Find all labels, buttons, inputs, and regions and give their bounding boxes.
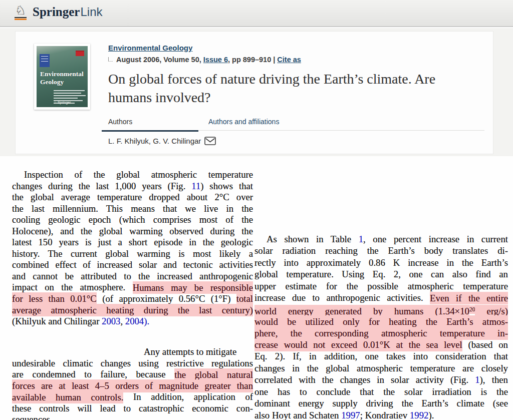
- header-bar: ♘ SpringerLink: [0, 0, 513, 27]
- text-run: one has to conclude that the solar irrad…: [254, 386, 508, 397]
- issue-breadcrumb: August 2006, Volume 50, Issue 6, pp 899–…: [108, 56, 301, 64]
- highlighted-text: Even if the entire: [430, 292, 508, 305]
- meta-pages: , pp 899–910 |: [228, 56, 277, 64]
- text-run: Eq. 2). If, in addition, one takes into …: [254, 351, 508, 361]
- tab-authors[interactable]: Authors: [102, 118, 198, 132]
- text-run: history. The current global warming is m…: [12, 248, 253, 259]
- authors-names: L. F. Khilyuk, G. V. Chilingar: [108, 137, 201, 145]
- text-run: (based on: [462, 339, 508, 350]
- text-line: crease would not exceed 0.01°K at the se…: [254, 339, 508, 350]
- article-header-card: Environmental Geology ♘ Springer Environ…: [15, 31, 493, 154]
- highlighted-text: 20: [469, 305, 475, 314]
- citation-link[interactable]: 1: [359, 234, 363, 244]
- citation-link[interactable]: 1992: [410, 410, 429, 420]
- text-run: the last millennium. This means that we …: [12, 203, 253, 214]
- brand-link-text: Link: [80, 5, 102, 19]
- highlighted-text: phere, the corresponding atmospheric tem…: [254, 327, 508, 340]
- text-line: are condemned to failure, because the gl…: [12, 369, 253, 380]
- text-run: latest 150 years is just a short episode…: [12, 237, 253, 247]
- text-run: dominant energy supply driving the Earth…: [254, 398, 508, 408]
- citation-link[interactable]: 11: [191, 181, 200, 191]
- highlighted-text: for less than 0.01°C: [12, 292, 97, 305]
- text-run: Holocene), and the global warming observ…: [12, 226, 253, 236]
- text-line: would be utilized only for heating the E…: [254, 315, 508, 327]
- cover-info-block: [40, 54, 50, 67]
- text-run: rectly into approximately 0.86 K increas…: [254, 257, 508, 268]
- highlighted-text: average atmospheric heating during the l…: [12, 304, 253, 317]
- text-line: cooling geologic epoch (which comprises …: [12, 214, 253, 226]
- text-run: undesirable climatic changes using restr…: [12, 358, 253, 368]
- journal-link[interactable]: Environmental Geology: [108, 44, 192, 52]
- text-run: , one percent increase in current: [363, 234, 508, 244]
- text-line: impact on the atmosphere. Humans may be …: [12, 282, 253, 293]
- highlighted-text: available human controls.: [12, 391, 123, 404]
- issue-link[interactable]: Issue 6: [203, 56, 228, 64]
- springer-link-logo[interactable]: ♘ SpringerLink: [13, 4, 102, 20]
- text-run: In addition, application of: [123, 391, 253, 402]
- citation-link[interactable]: 1: [475, 374, 479, 385]
- text-line: correlated with the changes in solar act…: [254, 374, 508, 385]
- springer-knight-icon: ♘: [13, 4, 28, 20]
- cite-as-link[interactable]: Cite as: [277, 56, 301, 64]
- paragraph-gap: [12, 327, 253, 346]
- text-line: As shown in Table 1, one percent increas…: [254, 233, 508, 245]
- text-line: increase due to anthropogenic activities…: [254, 292, 508, 303]
- text-line: for less than 0.01°C (of approximately 0…: [12, 293, 253, 305]
- text-line: Inspection of the global atmospheric tem…: [12, 169, 253, 181]
- text-run: cooling geologic epoch (which comprises …: [12, 214, 253, 225]
- text-run: ) shows that: [200, 181, 253, 191]
- text-line: sequences.: [12, 414, 253, 420]
- text-line: forces are at least 4–5 orders of magnit…: [12, 380, 253, 392]
- text-line: (Khilyuk and Chilingar 2003, 2004).: [12, 316, 253, 327]
- text-line: phere, the corresponding atmospheric tem…: [254, 327, 508, 339]
- citation-link[interactable]: 2004).: [125, 316, 149, 326]
- highlighted-text: crease would not exceed 0.01°K at the se…: [254, 338, 462, 351]
- text-line: and cannot be attributed to the increase…: [12, 271, 253, 282]
- cover-springer-mark: ♘ Springer: [37, 101, 88, 105]
- author-tabs: Authors Authors and affiliations: [102, 118, 484, 131]
- right-column: As shown in Table 1, one percent increas…: [254, 233, 508, 420]
- text-line: world energy generated by humans (1.34×1…: [254, 304, 508, 315]
- text-line: dominant energy supply driving the Earth…: [254, 397, 508, 409]
- springerlink-article-page: { "header": { "brand_springer": "Springe…: [0, 0, 513, 420]
- email-icon[interactable]: [204, 137, 216, 145]
- cover-journal-title: Environmental Geology: [40, 70, 86, 86]
- text-line: available human controls. In addition, a…: [12, 391, 253, 403]
- text-run: the global average temperature dropped a…: [12, 192, 253, 202]
- journal-cover-art: Environmental Geology ♘ Springer: [37, 46, 88, 107]
- text-run: Any attempts to mitigate: [144, 346, 236, 357]
- text-run: changes in the global atmospheric temper…: [254, 363, 508, 373]
- article-title: On global forces of nature driving the E…: [108, 70, 435, 107]
- text-run: global temperature. Using Eq. 2, one can…: [254, 269, 508, 279]
- meta-date-volume: August 2006, Volume 50,: [116, 56, 203, 64]
- text-line: Eq. 2). If, in addition, one takes into …: [254, 350, 508, 362]
- text-line: the global average temperature dropped a…: [12, 192, 253, 203]
- text-run: combined effect of increased solar and t…: [12, 259, 253, 270]
- text-line: global temperature. Using Eq. 2, one can…: [254, 268, 508, 280]
- cover-flag-logo: [76, 51, 84, 56]
- text-run: correlated with the changes in solar act…: [254, 374, 475, 385]
- text-run: (of approximately 0.56°C (1°F): [97, 293, 236, 304]
- highlighted-text: Humans may be responsible: [133, 281, 253, 294]
- text-run: ; Kondratiev: [360, 410, 410, 420]
- text-line: changes during the last 1,000 years (Fig…: [12, 181, 253, 192]
- brand-springer-text: Springer: [33, 5, 80, 19]
- citation-link[interactable]: 2003: [102, 316, 120, 326]
- text-line: solar radiation reaching the Earth’s bod…: [254, 245, 508, 256]
- text-line: also Hoyt and Schaten 1997; Kondratiev 1…: [254, 409, 508, 420]
- text-run: (Khilyuk and Chilingar: [12, 316, 102, 326]
- journal-cover-thumbnail[interactable]: Environmental Geology ♘ Springer: [34, 44, 90, 110]
- text-run: are condemned to failure, because: [12, 369, 174, 379]
- text-run: sequences.: [12, 414, 52, 420]
- text-run: ), then: [480, 374, 508, 385]
- text-run: impact on the atmosphere.: [12, 282, 133, 292]
- text-line: these controls will lead to catastrophic…: [12, 403, 253, 414]
- highlighted-text: total: [236, 292, 253, 305]
- citation-link[interactable]: 1997: [341, 410, 360, 420]
- text-line: Holocene), and the global warming observ…: [12, 226, 253, 237]
- text-run: As shown in Table: [267, 234, 359, 244]
- tab-authors-affiliations[interactable]: Authors and affiliations: [198, 118, 279, 130]
- highlighted-text: would be utilized only for heating the E…: [254, 315, 508, 328]
- text-run: and cannot be attributed to the increase…: [12, 271, 253, 281]
- text-line: upper estimate for the possible atmosphe…: [254, 280, 508, 292]
